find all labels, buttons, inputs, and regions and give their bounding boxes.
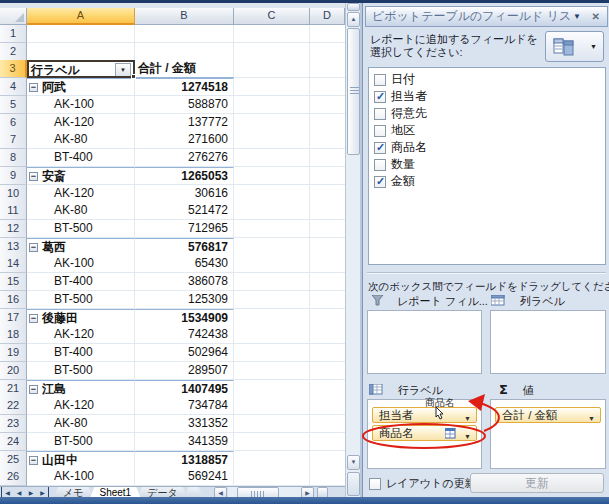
cell[interactable] xyxy=(234,291,310,309)
cell[interactable]: −後藤田 xyxy=(27,309,135,327)
cell[interactable]: 30616 xyxy=(135,185,234,203)
cell[interactable] xyxy=(310,114,345,132)
fill-handle[interactable] xyxy=(131,74,136,79)
cell[interactable]: 742438 xyxy=(135,326,234,344)
cell[interactable] xyxy=(310,291,345,309)
column-labels-area[interactable] xyxy=(490,310,606,374)
cell[interactable] xyxy=(234,255,310,273)
cell[interactable]: BT-400 xyxy=(27,149,135,167)
cell[interactable]: 289507 xyxy=(135,362,234,380)
field-item-担当者[interactable]: 担当者 xyxy=(369,88,605,105)
cell[interactable]: −山田中 xyxy=(27,451,135,469)
field-pill-合計 / 金額[interactable]: 合計 / 金額▼ xyxy=(495,407,601,423)
cell[interactable] xyxy=(310,43,345,61)
row-header[interactable]: 4 xyxy=(0,78,27,96)
field-pill-商品名[interactable]: 商品名▼ xyxy=(372,425,477,441)
row-header[interactable]: 26 xyxy=(0,468,27,486)
row-header[interactable]: 24 xyxy=(0,433,27,451)
cell[interactable]: −安斎 xyxy=(27,167,135,185)
update-button[interactable]: 更新 xyxy=(470,473,604,493)
field-checkbox[interactable] xyxy=(374,159,386,171)
field-item-数量[interactable]: 数量 xyxy=(369,156,605,173)
cell[interactable] xyxy=(310,380,345,398)
cell[interactable] xyxy=(310,185,345,203)
report-filter-area[interactable] xyxy=(367,310,482,374)
cell[interactable] xyxy=(310,238,345,256)
column-header-A[interactable]: A xyxy=(27,8,135,25)
cell[interactable] xyxy=(310,397,345,415)
cell[interactable] xyxy=(234,96,310,114)
cell[interactable]: 386078 xyxy=(135,273,234,291)
cell[interactable] xyxy=(234,131,310,149)
cell[interactable] xyxy=(234,43,310,61)
pill-dropdown-icon[interactable]: ▼ xyxy=(464,412,471,426)
cell[interactable]: 341359 xyxy=(135,433,234,451)
row-header[interactable]: 5 xyxy=(0,96,27,114)
cell[interactable]: 712965 xyxy=(135,220,234,238)
cell[interactable]: 734784 xyxy=(135,397,234,415)
pill-dropdown-icon[interactable]: ▼ xyxy=(588,412,595,426)
cell[interactable]: BT-500 xyxy=(27,433,135,451)
cell[interactable] xyxy=(310,25,345,43)
cell[interactable] xyxy=(27,43,135,61)
row-header[interactable]: 25 xyxy=(0,451,27,469)
row-header[interactable]: 22 xyxy=(0,397,27,415)
cell[interactable]: −葛西 xyxy=(27,238,135,256)
row-header[interactable]: 15 xyxy=(0,273,27,291)
panel-menu-icon[interactable]: ▼ xyxy=(573,7,581,26)
collapse-icon[interactable]: − xyxy=(29,385,38,394)
cell[interactable]: AK-120 xyxy=(27,185,135,203)
cell[interactable]: 1318857 xyxy=(135,451,234,469)
cell[interactable]: 276276 xyxy=(135,149,234,167)
cell[interactable] xyxy=(310,309,345,327)
row-header[interactable]: 9 xyxy=(0,167,27,185)
cell[interactable] xyxy=(310,167,345,185)
cell[interactable]: 588870 xyxy=(135,96,234,114)
row-header[interactable]: 21 xyxy=(0,380,27,398)
collapse-icon[interactable]: − xyxy=(29,456,38,465)
cell[interactable] xyxy=(234,344,310,362)
filter-dropdown-icon[interactable]: ▼ xyxy=(115,63,131,77)
row-header[interactable]: 12 xyxy=(0,220,27,238)
cell[interactable] xyxy=(234,202,310,220)
cell[interactable] xyxy=(234,185,310,203)
cell[interactable] xyxy=(234,220,310,238)
cell[interactable]: −江島 xyxy=(27,380,135,398)
row-header[interactable]: 16 xyxy=(0,291,27,309)
cell[interactable] xyxy=(135,43,234,61)
scroll-up-icon[interactable]: ▲ xyxy=(347,12,360,27)
field-checkbox[interactable] xyxy=(374,108,386,120)
select-all-corner[interactable] xyxy=(0,8,27,25)
cell[interactable]: 125309 xyxy=(135,291,234,309)
collapse-icon[interactable]: − xyxy=(29,243,38,252)
field-item-商品名[interactable]: 商品名 xyxy=(369,139,605,156)
cell[interactable] xyxy=(234,114,310,132)
cell[interactable]: 576817 xyxy=(135,238,234,256)
vertical-scrollbar[interactable]: ▲ ▼ xyxy=(345,3,360,497)
cell[interactable] xyxy=(234,362,310,380)
cell[interactable]: 271600 xyxy=(135,131,234,149)
cell[interactable] xyxy=(310,433,345,451)
column-header-D[interactable]: D xyxy=(310,8,345,25)
column-header-B[interactable]: B xyxy=(135,8,234,25)
row-header[interactable]: 18 xyxy=(0,326,27,344)
cell[interactable] xyxy=(310,451,345,469)
cell[interactable] xyxy=(310,149,345,167)
row-header[interactable]: 2 xyxy=(0,43,27,61)
scrollbar-split-handle[interactable] xyxy=(347,3,360,11)
row-header[interactable]: 14 xyxy=(0,255,27,273)
cell[interactable] xyxy=(310,131,345,149)
cell[interactable]: AK-120 xyxy=(27,326,135,344)
cell[interactable] xyxy=(310,415,345,433)
cell[interactable] xyxy=(234,326,310,344)
cell[interactable]: AK-100 xyxy=(27,255,135,273)
cell[interactable]: 1407495 xyxy=(135,380,234,398)
field-checkbox[interactable] xyxy=(374,125,386,137)
collapse-icon[interactable]: − xyxy=(29,83,38,92)
cell[interactable] xyxy=(234,380,310,398)
cell[interactable] xyxy=(234,25,310,43)
cell[interactable] xyxy=(234,78,310,96)
values-area[interactable]: 合計 / 金額▼ xyxy=(490,399,606,469)
field-item-地区[interactable]: 地区 xyxy=(369,122,605,139)
row-header[interactable]: 13 xyxy=(0,238,27,256)
